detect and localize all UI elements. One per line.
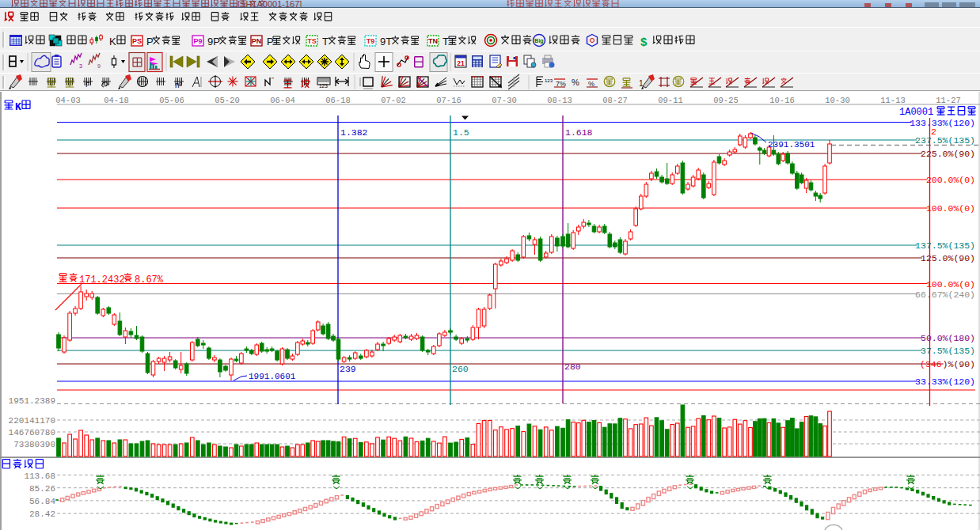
- svg-text:28.42: 28.42: [29, 509, 55, 519]
- svg-text:237.5%(135): 237.5%(135): [915, 135, 975, 146]
- svg-text:08-13: 08-13: [547, 96, 572, 105]
- svg-text:220141170: 220141170: [9, 416, 55, 426]
- svg-text:K: K: [15, 101, 21, 113]
- svg-text:113.68: 113.68: [24, 471, 55, 481]
- svg-text:1.382: 1.382: [340, 127, 368, 138]
- svg-text:9P: 9P: [207, 36, 220, 47]
- svg-text:2391.3501: 2391.3501: [768, 140, 815, 150]
- svg-text:33.33%(120): 33.33%(120): [915, 377, 975, 387]
- svg-text:F: F: [85, 81, 90, 89]
- svg-text:100.0%(0): 100.0%(0): [926, 203, 975, 214]
- svg-text:09-25: 09-25: [713, 96, 739, 105]
- svg-text:$: $: [640, 35, 648, 48]
- svg-text:09-11: 09-11: [658, 96, 683, 105]
- svg-text:8.67%: 8.67%: [135, 274, 164, 286]
- svg-text:TN: TN: [428, 37, 438, 45]
- svg-text:125.0%(90): 125.0%(90): [921, 253, 975, 263]
- svg-text:66.67%(240): 66.67%(240): [915, 290, 975, 300]
- svg-text:133.33%(120): 133.33%(120): [910, 118, 975, 128]
- svg-text:K: K: [109, 36, 116, 47]
- svg-text:56.84: 56.84: [29, 497, 55, 506]
- svg-text:146760780: 146760780: [9, 428, 55, 437]
- svg-text:": ": [272, 76, 274, 83]
- svg-text:P: P: [267, 36, 274, 47]
- svg-text:08-27: 08-27: [602, 96, 628, 105]
- svg-text:1991.0601: 1991.0601: [249, 372, 296, 381]
- svg-text:06-18: 06-18: [325, 96, 351, 105]
- svg-text:04-18: 04-18: [104, 96, 129, 105]
- svg-text:05-20: 05-20: [215, 96, 240, 105]
- svg-text:260: 260: [452, 364, 469, 374]
- svg-text:1951.2389: 1951.2389: [9, 396, 55, 406]
- svg-text:07-02: 07-02: [381, 96, 406, 105]
- svg-text:10-30: 10-30: [825, 96, 850, 105]
- svg-text:(346: (346: [920, 359, 942, 369]
- svg-text:171.2432: 171.2432: [79, 274, 125, 286]
- svg-text:200.0%(0): 200.0%(0): [926, 175, 975, 185]
- svg-text:11-27: 11-27: [936, 96, 961, 105]
- svg-text:85.26: 85.26: [29, 484, 55, 494]
- svg-text:100.0%(0): 100.0%(0): [926, 279, 975, 290]
- svg-text:10-16: 10-16: [769, 96, 795, 105]
- svg-text:73380390: 73380390: [13, 440, 55, 449]
- svg-text:21: 21: [457, 59, 465, 67]
- svg-text:04-03: 04-03: [55, 96, 81, 105]
- svg-text:9T: 9T: [380, 36, 392, 47]
- svg-text:T: T: [443, 36, 449, 47]
- svg-text:11-13: 11-13: [880, 96, 906, 105]
- svg-text:P: P: [146, 36, 154, 47]
- svg-text:%: %: [572, 78, 579, 87]
- svg-text:T9: T9: [367, 37, 375, 45]
- svg-text:239: 239: [340, 364, 356, 374]
- svg-text:37.5%(135): 37.5%(135): [921, 346, 975, 356]
- svg-text:05-06: 05-06: [159, 96, 184, 105]
- svg-text:2: 2: [931, 127, 936, 137]
- svg-text:)%(90): )%(90): [943, 359, 975, 369]
- svg-text:123: 123: [545, 78, 553, 83]
- svg-text:Big: Big: [534, 38, 543, 44]
- svg-text:PN: PN: [252, 37, 262, 45]
- svg-text:3: 3: [79, 63, 82, 69]
- svg-text:TS: TS: [307, 37, 317, 45]
- svg-text:07-30: 07-30: [492, 96, 517, 105]
- svg-text:1A0001: 1A0001: [899, 107, 933, 118]
- svg-text:225.0%(90): 225.0%(90): [921, 149, 975, 159]
- svg-text:P9: P9: [193, 37, 202, 45]
- svg-text:9: 9: [97, 63, 101, 69]
- svg-text:50.0%(180): 50.0%(180): [921, 333, 975, 343]
- svg-text:137.5%(135): 137.5%(135): [915, 240, 975, 251]
- svg-text:1.618: 1.618: [565, 127, 593, 138]
- svg-text:n²: n²: [175, 81, 183, 89]
- svg-text:PS: PS: [132, 37, 142, 45]
- svg-text:07-16: 07-16: [436, 96, 462, 105]
- svg-text:06-04: 06-04: [270, 96, 295, 105]
- svg-text:T: T: [322, 36, 329, 47]
- svg-text:123: 123: [319, 83, 328, 89]
- svg-text:1.5: 1.5: [453, 127, 469, 138]
- svg-text:280: 280: [564, 362, 581, 372]
